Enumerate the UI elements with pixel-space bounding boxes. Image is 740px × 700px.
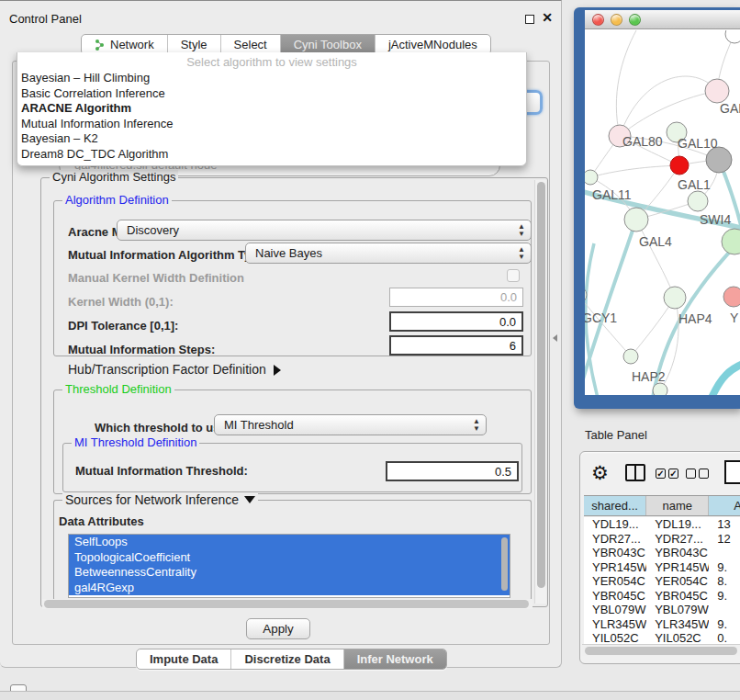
- tab-network[interactable]: Network: [82, 35, 168, 54]
- network-node[interactable]: [664, 287, 686, 309]
- column-header[interactable]: shared...: [584, 496, 646, 515]
- data-attributes-list[interactable]: SelfLoopsTopologicalCoefficientBetweenne…: [68, 534, 510, 598]
- mi-steps-field[interactable]: [389, 335, 523, 356]
- attribute-list-item[interactable]: TopologicalCoefficient: [69, 550, 510, 566]
- unchecked-pair-icon[interactable]: [686, 469, 709, 479]
- network-node[interactable]: [706, 147, 732, 173]
- sources-title: Sources for Network Inference: [65, 492, 239, 507]
- node-label: HAP2: [632, 369, 666, 384]
- dpi-tolerance-field[interactable]: [389, 311, 523, 332]
- node-label: GAL1: [678, 177, 711, 192]
- tab-style[interactable]: Style: [168, 35, 221, 54]
- network-node[interactable]: [725, 30, 740, 43]
- checked-pair-icon[interactable]: ✓✓: [656, 469, 678, 479]
- table-cell: YPR145W: [584, 560, 646, 575]
- minimize-button[interactable]: [611, 14, 622, 26]
- attribute-list-item[interactable]: gal4RGexp: [69, 581, 510, 596]
- network-node[interactable]: [723, 287, 740, 307]
- tab-infer-network[interactable]: Infer Network: [344, 649, 446, 669]
- table-row[interactable]: YDL19...YDL19...13: [584, 517, 740, 532]
- tab-impute-data[interactable]: Impute Data: [137, 649, 231, 669]
- network-node[interactable]: [670, 156, 689, 175]
- table-cell: YDL19...: [584, 517, 646, 532]
- close-panel-icon[interactable]: ✕: [542, 10, 553, 25]
- zoom-button[interactable]: [629, 14, 641, 26]
- table-cell: YDR27...: [584, 532, 646, 547]
- combo-arrows-icon: ▲▼: [518, 223, 525, 238]
- table-cell: YDR27...: [646, 532, 709, 547]
- table-cell: YBL079W: [584, 603, 646, 617]
- column-header[interactable]: name: [646, 496, 709, 515]
- tab-jactivemnodules[interactable]: jActiveMNodules: [376, 35, 490, 54]
- algorithm-option[interactable]: Bayesian – Hill Climbing: [17, 71, 526, 86]
- split-pane-collapse-icon[interactable]: [553, 334, 557, 342]
- gear-icon[interactable]: ⚙: [591, 463, 609, 482]
- table-row[interactable]: YPR145WYPR145W9.: [584, 560, 740, 575]
- algorithm-dropdown-popup: Select algorithm to view settings Bayesi…: [17, 52, 527, 166]
- table-row[interactable]: YER054CYER054C8.: [584, 574, 740, 589]
- node-label: Y: [730, 310, 739, 325]
- algorithm-option[interactable]: Mutual Information Inference: [17, 117, 526, 132]
- sources-section-toggle[interactable]: Sources for Network Inference: [62, 492, 258, 507]
- network-edge[interactable]: [712, 363, 740, 395]
- network-node[interactable]: [624, 208, 648, 231]
- table-cell: YER054C: [646, 574, 709, 589]
- network-node[interactable]: [722, 229, 740, 254]
- algorithm-option[interactable]: ARACNE Algorithm: [17, 101, 526, 117]
- tab-cyni-toolbox[interactable]: Cyni Toolbox: [281, 35, 376, 54]
- algorithm-option[interactable]: Bayesian – K2: [17, 131, 526, 147]
- table-horizontal-scrollbar[interactable]: [582, 644, 740, 656]
- algorithm-option[interactable]: Basic Correlation Inference: [17, 86, 526, 102]
- network-edge[interactable]: [590, 165, 679, 177]
- network-node[interactable]: [705, 79, 729, 103]
- settings-vertical-scrollbar[interactable]: [534, 180, 546, 604]
- algorithm-option[interactable]: Dream8 DC_TDC Algorithm: [17, 147, 526, 163]
- network-view-inner: GALGAL80GAL10GAL11GAL1SWI4GAL4GCY1HAP4YH…: [585, 10, 740, 395]
- list-scrollbar-thumb[interactable]: [501, 537, 508, 591]
- network-node[interactable]: [585, 170, 598, 185]
- network-edge[interactable]: [636, 220, 675, 298]
- float-window-icon[interactable]: [525, 15, 534, 24]
- tab-label: jActiveMNodules: [388, 38, 477, 51]
- mi-steps-label: Mutual Information Steps:: [68, 343, 215, 356]
- aracne-mode-combo[interactable]: Discovery ▲▼: [117, 220, 532, 241]
- tab-label: Infer Network: [357, 652, 433, 666]
- close-button[interactable]: [592, 14, 604, 26]
- hub-factor-label: Hub/Transcription Factor Definition: [68, 362, 266, 377]
- mi-algorithm-type-combo[interactable]: Naive Bayes ▲▼: [245, 243, 532, 264]
- column-header[interactable]: A: [709, 496, 740, 515]
- kernel-width-field[interactable]: [389, 288, 523, 307]
- node-label: SWI4: [700, 212, 731, 227]
- table-row[interactable]: YLR345WYLR345W9.: [584, 617, 740, 632]
- table-row[interactable]: YDR27...YDR27...12: [584, 532, 740, 547]
- mi-algorithm-type-value: Naive Bayes: [255, 246, 322, 260]
- network-window-titlebar[interactable]: [585, 10, 740, 29]
- table-cell: YBR045C: [584, 589, 646, 604]
- table-row[interactable]: YBL079WYBL079W: [584, 603, 740, 617]
- attribute-list-item[interactable]: SelfLoops: [69, 535, 510, 550]
- network-node[interactable]: [623, 349, 638, 364]
- manual-kernel-width-label: Manual Kernel Width Definition: [68, 271, 244, 285]
- which-threshold-combo[interactable]: MI Threshold ▲▼: [214, 414, 487, 435]
- mi-threshold-field[interactable]: [386, 461, 519, 481]
- network-node[interactable]: [688, 191, 708, 211]
- node-label: GAL11: [592, 187, 632, 202]
- cyni-bottom-tabs: Impute DataDiscretize DataInfer Network: [136, 649, 447, 670]
- column-pane-icon[interactable]: [625, 464, 645, 481]
- data-attributes-label: Data Attributes: [59, 514, 144, 528]
- table-rows: YDL19...YDL19...13YDR27...YDR27...12YBR0…: [584, 517, 740, 646]
- tab-discretize-data[interactable]: Discretize Data: [231, 649, 343, 669]
- network-graph[interactable]: GALGAL80GAL10GAL11GAL1SWI4GAL4GCY1HAP4YH…: [585, 30, 740, 395]
- attribute-list-item[interactable]: BetweennessCentrality: [69, 565, 510, 581]
- document-icon[interactable]: [724, 460, 740, 484]
- table-row[interactable]: YBR043CYBR043C: [584, 546, 740, 560]
- manual-kernel-width-checkbox[interactable]: [507, 269, 520, 282]
- apply-button[interactable]: Apply: [246, 618, 310, 639]
- tab-label: Network: [110, 38, 154, 51]
- hub-factor-section-toggle[interactable]: Hub/Transcription Factor Definition: [68, 362, 281, 377]
- tab-select[interactable]: Select: [221, 35, 281, 54]
- which-threshold-label: Which threshold to use:: [95, 421, 230, 435]
- network-node[interactable]: [653, 383, 667, 395]
- table-row[interactable]: YBR045CYBR045C9.: [584, 589, 740, 604]
- settings-horizontal-scrollbar[interactable]: [42, 599, 533, 609]
